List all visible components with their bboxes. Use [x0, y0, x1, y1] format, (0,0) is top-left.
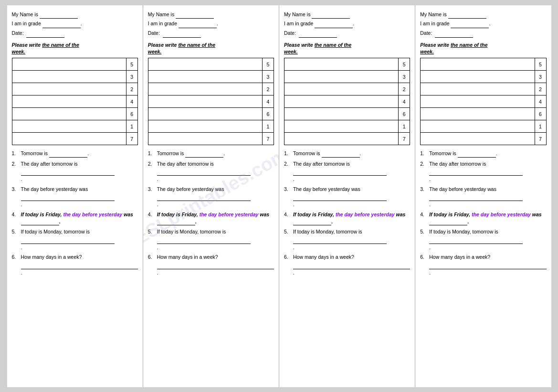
day-name-cell[interactable]: [12, 71, 126, 83]
answer-blank[interactable]: [21, 262, 138, 269]
day-name-cell[interactable]: [284, 133, 399, 145]
day-name-cell[interactable]: [421, 71, 535, 83]
answer-blank[interactable]: [293, 262, 410, 269]
day-name-cell[interactable]: [421, 58, 535, 71]
grade-blank[interactable]: [451, 20, 489, 28]
answer-blank[interactable]: [293, 169, 387, 176]
question-text: The day after tomorrow is .: [429, 160, 546, 183]
question-label: The day after tomorrow is: [21, 161, 78, 167]
period: .: [21, 176, 22, 182]
question-label: The day after tomorrow is: [157, 161, 214, 167]
answer-blank[interactable]: [458, 150, 496, 158]
answer-blank[interactable]: [293, 236, 387, 244]
table-row: 6: [284, 108, 410, 120]
answer-blank[interactable]: [157, 169, 251, 176]
answer-blank[interactable]: [429, 236, 523, 244]
day-number-cell: 6: [263, 108, 274, 120]
answer-blank[interactable]: [157, 218, 195, 226]
day-name-cell[interactable]: [284, 83, 399, 95]
question-bold-text: If today is Friday, the day before yeste…: [157, 212, 269, 224]
answer-blank[interactable]: [185, 150, 223, 158]
grade-blank[interactable]: [315, 20, 353, 28]
day-name-cell[interactable]: [12, 95, 126, 108]
answer-blank[interactable]: [429, 262, 546, 269]
table-row: 6: [421, 108, 546, 120]
name-label: My Name is: [420, 11, 446, 17]
day-name-cell[interactable]: [12, 58, 126, 71]
answer-blank[interactable]: [157, 236, 251, 244]
day-name-cell[interactable]: [284, 120, 399, 133]
name-blank[interactable]: [176, 11, 214, 19]
date-blank[interactable]: [435, 30, 473, 38]
instruction: Please write the name of theweek.: [12, 42, 138, 55]
answer-blank[interactable]: [21, 236, 115, 244]
question-5: 5.If today is Monday, tomorrow is .: [148, 228, 274, 251]
answer-blank[interactable]: [21, 218, 59, 226]
date-blank[interactable]: [26, 30, 64, 38]
question-6: 6.How many days in a week? .: [148, 254, 274, 276]
question-text: If today is Friday, the day before yeste…: [21, 211, 138, 225]
day-name-cell[interactable]: [284, 71, 399, 83]
grade-blank[interactable]: [179, 20, 217, 28]
date-blank[interactable]: [163, 30, 201, 38]
date-label: Date:: [284, 30, 296, 36]
day-name-cell[interactable]: [421, 95, 535, 108]
question-1: 1.Tomorrow is .: [148, 150, 274, 158]
question-3: 3.The day before yesterday was .: [420, 186, 546, 208]
answer-blank[interactable]: [293, 194, 387, 201]
day-name-cell[interactable]: [12, 133, 126, 145]
questions-list: 1.Tomorrow is .2.The day after tomorrow …: [420, 150, 546, 276]
question-label: The day before yesterday was: [429, 186, 496, 192]
grade-label: I am in grade: [420, 21, 449, 26]
name-line: My Name is: [420, 11, 546, 19]
date-blank[interactable]: [299, 30, 337, 38]
question-text: If today is Monday, tomorrow is .: [293, 228, 410, 251]
day-name-cell[interactable]: [284, 95, 399, 108]
answer-blank[interactable]: [21, 194, 115, 201]
answer-blank[interactable]: [21, 169, 115, 176]
day-name-cell[interactable]: [421, 120, 535, 133]
day-name-cell[interactable]: [12, 83, 126, 95]
day-name-cell[interactable]: [421, 108, 535, 120]
day-number-cell: 7: [535, 133, 546, 145]
day-number-cell: 2: [535, 83, 546, 95]
question-text: The day before yesterday was .: [293, 186, 410, 208]
day-name-cell[interactable]: [284, 58, 399, 71]
answer-blank[interactable]: [293, 218, 331, 226]
name-blank[interactable]: [40, 11, 78, 19]
question-1: 1.Tomorrow is .: [12, 150, 138, 158]
day-name-cell[interactable]: [148, 58, 262, 71]
question-text: The day before yesterday was .: [21, 186, 138, 208]
day-name-cell[interactable]: [148, 95, 262, 108]
day-name-cell[interactable]: [148, 71, 262, 83]
answer-blank[interactable]: [322, 150, 360, 158]
question-5: 5.If today is Monday, tomorrow is .: [284, 228, 410, 251]
question-label: The day before yesterday was: [293, 186, 360, 192]
answer-blank[interactable]: [429, 194, 523, 201]
day-name-cell[interactable]: [284, 108, 399, 120]
answer-blank[interactable]: [49, 150, 87, 158]
name-line: My Name is: [12, 11, 138, 19]
question-3: 3.The day before yesterday was .: [148, 186, 274, 208]
day-number-cell: 6: [126, 108, 137, 120]
answer-blank[interactable]: [157, 194, 251, 201]
answer-blank[interactable]: [429, 218, 467, 226]
day-name-cell[interactable]: [421, 133, 535, 145]
answer-blank[interactable]: [157, 262, 274, 269]
answer-blank[interactable]: [429, 169, 523, 176]
day-name-cell[interactable]: [148, 133, 262, 145]
name-blank[interactable]: [448, 11, 486, 19]
grade-line: I am in grade .: [12, 20, 138, 28]
question-2: 2.The day after tomorrow is .: [148, 160, 274, 183]
day-name-cell[interactable]: [148, 83, 262, 95]
day-name-cell[interactable]: [12, 120, 126, 133]
question-number: 2.: [148, 160, 156, 183]
question-number: 6.: [284, 254, 292, 276]
day-name-cell[interactable]: [12, 108, 126, 120]
day-name-cell[interactable]: [421, 83, 535, 95]
day-name-cell[interactable]: [148, 108, 262, 120]
question-2: 2.The day after tomorrow is .: [284, 160, 410, 183]
day-name-cell[interactable]: [148, 120, 262, 133]
name-blank[interactable]: [312, 11, 350, 19]
grade-blank[interactable]: [42, 20, 81, 28]
